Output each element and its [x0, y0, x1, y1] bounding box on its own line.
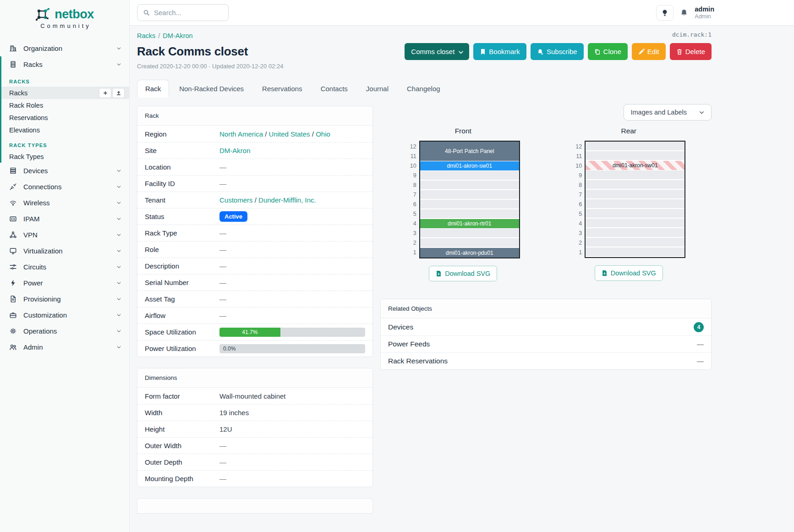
unit-number: 4 [572, 219, 582, 228]
value-link[interactable]: DM-Akron [219, 147, 251, 154]
copy-icon [594, 49, 600, 55]
sidebar-item-vpn[interactable]: VPN [0, 227, 129, 243]
sidebar-item-racks[interactable]: Racks [1, 56, 129, 72]
row-value-links: DM-Akron [219, 147, 251, 154]
sidebar-item-virtualization[interactable]: Virtualization [0, 243, 129, 259]
row-label: Description [145, 262, 219, 270]
bookmark-button[interactable]: Bookmark [473, 43, 526, 60]
chevron-down-icon [699, 110, 705, 115]
utilization-progress-bar: 0.0% [219, 344, 365, 353]
building-icon [9, 44, 17, 52]
subscribe-button[interactable]: Subscribe [531, 43, 584, 60]
elevation-view-select[interactable]: Images and Labels [624, 104, 712, 121]
value-link[interactable]: Ohio [316, 130, 330, 138]
search-box[interactable] [137, 4, 229, 21]
sidebar-subitem-racks[interactable]: Racks [1, 87, 129, 99]
sidebar-item-label: Power [23, 279, 116, 287]
front-download-svg-button[interactable]: Download SVG [429, 266, 497, 281]
tab-contacts[interactable]: Contacts [312, 80, 356, 98]
sidebar-subitem-label: Elevations [9, 126, 125, 134]
search-input[interactable] [154, 9, 218, 16]
tab-non-racked-devices[interactable]: Non-Racked Devices [171, 80, 252, 98]
related-objects-header: Related Objects [381, 299, 711, 318]
tab-journal[interactable]: Journal [358, 80, 397, 98]
empty-value-dash: — [219, 262, 226, 270]
rack-unit-device[interactable]: 48-Port Patch Panel [420, 142, 519, 161]
sidebar-subitem-elevations[interactable]: Elevations [1, 124, 129, 136]
tab-reservations[interactable]: Reservations [254, 80, 311, 98]
value-link[interactable]: Dunder-Mifflin, Inc. [258, 196, 316, 204]
table-row: StatusActive [137, 208, 372, 225]
netbox-logo-icon [35, 8, 51, 22]
chevron-down-icon [116, 200, 122, 206]
related-object-row[interactable]: Devices4 [381, 318, 711, 335]
sidebar-item-wireless[interactable]: Wireless [0, 195, 129, 211]
delete-button[interactable]: Delete [670, 43, 712, 60]
value-link[interactable]: United States [269, 130, 310, 138]
rack-unit-empty [586, 190, 684, 199]
empty-value-dash: — [219, 180, 226, 187]
table-row: Airflow— [137, 307, 372, 324]
tab-rack[interactable]: Rack [137, 80, 169, 98]
row-label: Outer Width [145, 442, 219, 450]
import-rack-button[interactable] [112, 88, 125, 98]
sidebar-item-label: Wireless [23, 199, 116, 207]
edit-button[interactable]: Edit [632, 43, 666, 60]
value-link[interactable]: Customers [219, 196, 253, 204]
rear-download-svg-button[interactable]: Download SVG [595, 265, 663, 281]
user-menu[interactable]: admin Admin [695, 5, 714, 20]
sidebar-item-customization[interactable]: Customization [0, 307, 129, 323]
tab-changelog[interactable]: Changelog [399, 80, 449, 98]
breadcrumb-racks-link[interactable]: Racks [137, 32, 155, 39]
chevron-down-icon [116, 248, 122, 254]
row-value: — [219, 279, 365, 286]
comms-closet-label: Comms closet [411, 48, 454, 55]
rack-unit-device[interactable]: dmi01-akron-pdu01 [420, 248, 519, 258]
tab-bar: RackNon-Racked DevicesReservationsContac… [137, 80, 712, 98]
rack-card: Rack RegionNorth America / United States… [137, 106, 373, 357]
rack-unit-device[interactable]: dmi01-akron-sw01 [420, 161, 519, 171]
comms-closet-dropdown-button[interactable]: Comms closet [405, 43, 469, 60]
table-row: SiteDM-Akron [137, 142, 372, 159]
row-value: — [219, 458, 365, 466]
empty-value-dash: — [219, 458, 226, 466]
sidebar-subitem-rack-roles[interactable]: Rack Roles [1, 99, 129, 111]
sidebar-item-admin[interactable]: Admin [0, 339, 129, 355]
related-object-row[interactable]: Rack Reservations— [381, 352, 711, 369]
sidebar-item-operations[interactable]: Operations [0, 323, 129, 339]
breadcrumb-site-link[interactable]: DM-Akron [163, 32, 192, 39]
related-object-row[interactable]: Power Feeds— [381, 335, 711, 352]
sidebar-item-ipam[interactable]: IPAM [0, 211, 129, 227]
table-row: Form factorWall-mounted cabinet [137, 388, 372, 404]
sidebar-subitem-label: Racks [9, 89, 98, 97]
rack-unit-device[interactable]: dmi01-akron-rtr01 [420, 219, 519, 229]
value-link[interactable]: North America [219, 130, 263, 138]
plus-icon [103, 90, 108, 96]
notifications-bell-icon[interactable] [680, 9, 688, 17]
sidebar-item-devices[interactable]: Devices [0, 163, 129, 179]
sidebar-section-header: RACKS [1, 72, 129, 87]
sidebar-item-power[interactable]: Power [0, 275, 129, 291]
content: dcim.rack:1 Racks/DM-Akron Rack Comms cl… [130, 26, 719, 514]
brand[interactable]: netbox Community [0, 0, 129, 34]
row-label: Region [145, 130, 219, 138]
theme-lightbulb-button[interactable] [656, 5, 674, 21]
sidebar-item-organization[interactable]: Organization [0, 40, 129, 56]
sidebar-item-circuits[interactable]: Circuits [0, 259, 129, 275]
dimensions-table: Form factorWall-mounted cabinetWidth19 i… [137, 388, 372, 487]
sidebar-item-provisioning[interactable]: Provisioning [0, 291, 129, 307]
empty-value-dash: — [219, 442, 226, 450]
sidebar-item-label: Provisioning [23, 295, 116, 303]
rack-unit-device[interactable]: dmi01-akron-sw01 [586, 161, 684, 170]
row-value: 0.0% [219, 344, 365, 353]
page: netbox Community OrganizationRacksRACKSR… [0, 0, 794, 532]
clone-button[interactable]: Clone [588, 43, 628, 60]
sidebar-subitem-rack-types[interactable]: Rack Types [1, 150, 129, 163]
add-rack-button[interactable] [99, 88, 111, 98]
user-name: admin [695, 5, 714, 13]
unit-number: 9 [572, 170, 582, 180]
unit-number: 11 [572, 151, 582, 161]
row-value: Active [219, 211, 365, 222]
sidebar-item-connections[interactable]: Connections [0, 179, 129, 195]
sidebar-subitem-reservations[interactable]: Reservations [1, 111, 129, 124]
